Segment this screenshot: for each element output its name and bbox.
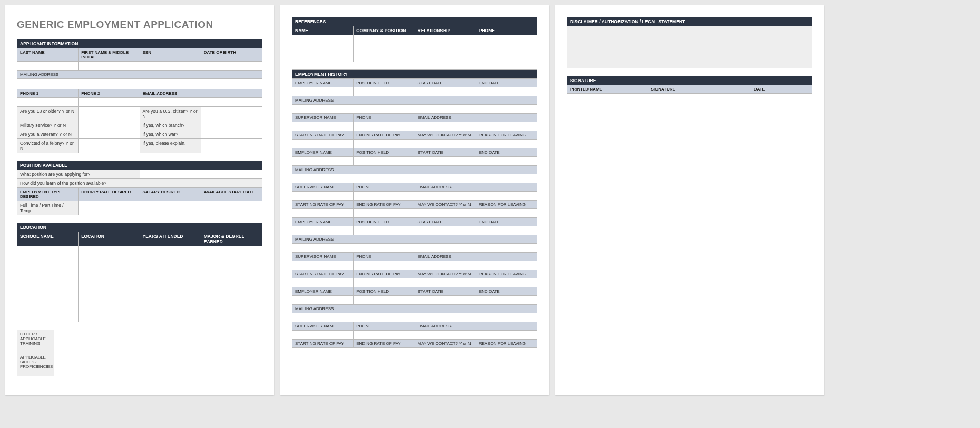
- q-citizen-input[interactable]: [201, 107, 262, 121]
- emp-input[interactable]: [415, 226, 476, 235]
- signature-input[interactable]: [648, 94, 751, 105]
- edu-row[interactable]: [140, 284, 201, 303]
- ref-row[interactable]: [415, 44, 476, 53]
- ref-row[interactable]: [292, 53, 354, 62]
- ref-row[interactable]: [292, 35, 354, 44]
- emp-input[interactable]: [415, 140, 476, 148]
- emp-input[interactable]: [292, 261, 354, 270]
- ref-row[interactable]: [476, 35, 537, 44]
- last-name-input[interactable]: [17, 62, 79, 71]
- date-input[interactable]: [751, 94, 812, 105]
- emp-input[interactable]: [354, 226, 415, 235]
- emp-input[interactable]: [354, 140, 415, 148]
- email-input[interactable]: [140, 98, 262, 107]
- emp-input[interactable]: [292, 157, 354, 166]
- salary-input[interactable]: [140, 201, 201, 215]
- emp-mailing-input[interactable]: [292, 174, 537, 183]
- signature-label: SIGNATURE: [648, 85, 751, 94]
- emp-input[interactable]: [476, 278, 537, 287]
- emp-input[interactable]: [292, 226, 354, 235]
- mailing-address-input[interactable]: [17, 79, 262, 89]
- emp-input[interactable]: [354, 278, 415, 287]
- emp-input[interactable]: [292, 140, 354, 148]
- edu-row[interactable]: [201, 246, 262, 265]
- dob-input[interactable]: [201, 62, 262, 71]
- q-position-input[interactable]: [140, 170, 262, 179]
- ref-row[interactable]: [292, 44, 354, 53]
- first-name-input[interactable]: [79, 62, 140, 71]
- emp-input[interactable]: [415, 209, 476, 218]
- edu-row[interactable]: [79, 265, 140, 284]
- emp-input[interactable]: [354, 261, 415, 270]
- q-war-input[interactable]: [201, 130, 262, 139]
- emp-input[interactable]: [476, 157, 537, 166]
- emp-input[interactable]: [476, 296, 537, 305]
- edu-row[interactable]: [201, 303, 262, 322]
- emp-input[interactable]: [415, 261, 537, 270]
- emp-input[interactable]: [415, 296, 476, 305]
- edu-row[interactable]: [201, 265, 262, 284]
- edu-row[interactable]: [140, 303, 201, 322]
- edu-row[interactable]: [140, 265, 201, 284]
- q-explain-input[interactable]: [201, 139, 262, 153]
- emp-input[interactable]: [415, 122, 537, 131]
- ref-row[interactable]: [354, 53, 415, 62]
- emp-input[interactable]: [354, 87, 415, 96]
- emp-input[interactable]: [415, 87, 476, 96]
- skills-input[interactable]: [54, 353, 262, 376]
- emp-input[interactable]: [292, 122, 354, 131]
- phone2-input[interactable]: [79, 98, 140, 107]
- emp-input[interactable]: [476, 87, 537, 96]
- ref-row[interactable]: [476, 44, 537, 53]
- emp-input[interactable]: [292, 296, 354, 305]
- ref-row[interactable]: [415, 35, 476, 44]
- edu-row[interactable]: [201, 284, 262, 303]
- edu-row[interactable]: [79, 303, 140, 322]
- ref-row[interactable]: [354, 44, 415, 53]
- q-veteran-input[interactable]: [79, 130, 140, 139]
- emp-input[interactable]: [354, 209, 415, 218]
- emp-input[interactable]: [476, 140, 537, 148]
- ref-row[interactable]: [354, 35, 415, 44]
- emp-input[interactable]: [354, 192, 415, 201]
- phone1-input[interactable]: [17, 98, 79, 107]
- q-military-input[interactable]: [79, 121, 140, 130]
- emp-mailing-input[interactable]: [292, 105, 537, 114]
- ref-row[interactable]: [415, 53, 476, 62]
- q-age-input[interactable]: [79, 107, 140, 121]
- emp-input[interactable]: [292, 331, 354, 340]
- emp-mailing-input[interactable]: [292, 244, 537, 253]
- edu-row[interactable]: [17, 265, 79, 284]
- emp-input[interactable]: [354, 157, 415, 166]
- printed-name-input[interactable]: [567, 94, 648, 105]
- other-training-input[interactable]: [54, 330, 262, 353]
- q-branch-input[interactable]: [201, 121, 262, 130]
- edu-row[interactable]: [17, 246, 79, 265]
- emp-input[interactable]: [354, 331, 415, 340]
- edu-row[interactable]: [17, 284, 79, 303]
- emp-input[interactable]: [292, 192, 354, 201]
- emp-input[interactable]: [415, 192, 537, 201]
- q-felony-input[interactable]: [79, 139, 140, 153]
- emp-mailing-input[interactable]: [292, 313, 537, 322]
- emp-input[interactable]: [354, 122, 415, 131]
- emp-input[interactable]: [354, 296, 415, 305]
- emp-input[interactable]: [476, 226, 537, 235]
- emp-input[interactable]: [415, 278, 476, 287]
- disclaimer-text-area[interactable]: [567, 26, 812, 68]
- emp-input[interactable]: [292, 278, 354, 287]
- edu-row[interactable]: [79, 246, 140, 265]
- emp-input[interactable]: [292, 209, 354, 218]
- edu-row[interactable]: [17, 303, 79, 322]
- edu-row[interactable]: [79, 284, 140, 303]
- hourly-input[interactable]: [79, 201, 140, 215]
- edu-row[interactable]: [140, 246, 201, 265]
- emp-input[interactable]: [415, 157, 476, 166]
- emp-input[interactable]: [476, 209, 537, 218]
- emp-input[interactable]: [415, 331, 537, 340]
- start-input[interactable]: [201, 201, 262, 215]
- ssn-input[interactable]: [140, 62, 201, 71]
- ref-row[interactable]: [476, 53, 537, 62]
- contact-label: MAY WE CONTACT? Y or N: [415, 131, 476, 140]
- emp-input[interactable]: [292, 87, 354, 96]
